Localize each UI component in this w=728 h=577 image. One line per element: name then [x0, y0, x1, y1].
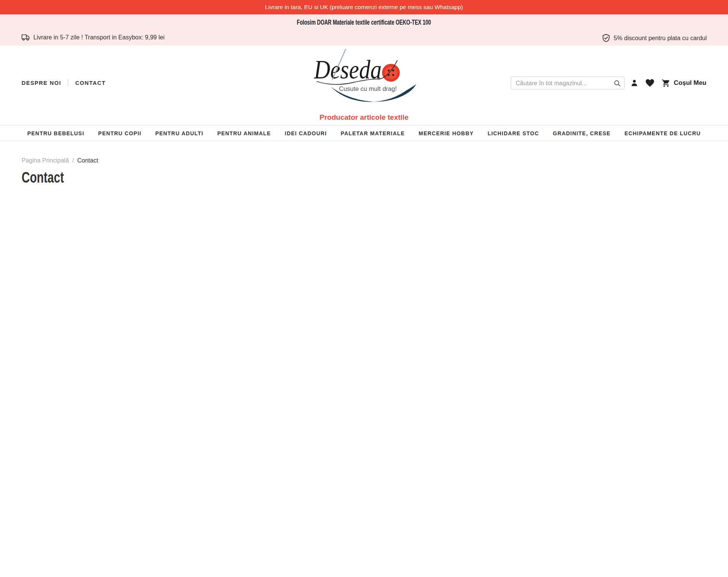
svg-text:Cusute cu mult drag!: Cusute cu mult drag!	[339, 85, 397, 92]
svg-text:Deseda: Deseda	[314, 55, 381, 84]
